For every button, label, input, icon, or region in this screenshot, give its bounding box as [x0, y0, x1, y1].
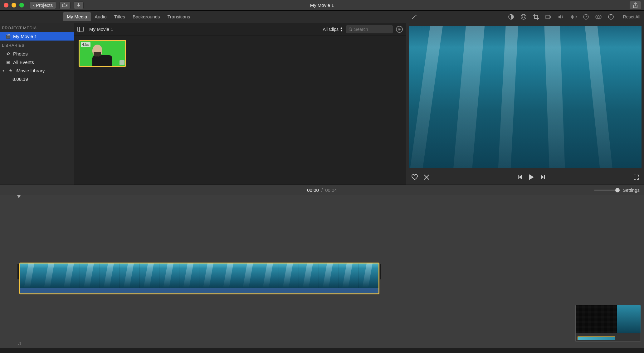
time-display: 00:00 / 00:04	[307, 187, 337, 193]
target-icon: ◉	[398, 27, 401, 31]
info-icon	[608, 14, 614, 20]
disclosure-triangle-icon: ▼	[2, 69, 5, 72]
titlebar-left-controls: ‹ Projects	[30, 2, 84, 9]
toolbar: My Media Audio Titles Backgrounds Transi…	[0, 11, 644, 23]
list-view-toggle[interactable]	[77, 27, 84, 32]
add-clip-button[interactable]: +	[120, 60, 124, 65]
clip-filter-button[interactable]	[595, 13, 602, 20]
info-button[interactable]	[607, 13, 614, 20]
preview-viewer	[406, 23, 644, 185]
favorite-button[interactable]	[411, 174, 418, 180]
mini-timeline-clip	[578, 336, 615, 340]
noise-reduction-button[interactable]	[570, 13, 577, 20]
projects-back-button[interactable]: ‹ Projects	[30, 2, 56, 9]
tab-titles[interactable]: Titles	[110, 12, 129, 21]
viewer-canvas[interactable]	[409, 26, 642, 168]
sidebar-project-label: My Movie 1	[13, 34, 37, 39]
svg-point-5	[524, 15, 525, 16]
color-correction-button[interactable]	[520, 13, 527, 20]
tab-transitions[interactable]: Transitions	[164, 12, 194, 21]
projects-label: Projects	[36, 2, 53, 8]
window-controls	[0, 3, 24, 7]
close-window-button[interactable]	[4, 3, 8, 7]
svg-point-4	[522, 15, 523, 16]
camera-icon	[545, 14, 552, 19]
sidebar-header-project-media: PROJECT MEDIA	[0, 23, 74, 32]
timeline-settings-button[interactable]: Settings	[623, 187, 640, 193]
crop-button[interactable]	[533, 13, 539, 20]
sidebar-item-project[interactable]: 🎬 My Movie 1	[0, 32, 74, 41]
browser-content: 4.5s +	[74, 36, 406, 185]
clip-audio-track[interactable]	[20, 288, 378, 294]
music-track-icon: ♫	[17, 341, 21, 346]
speed-button[interactable]	[583, 13, 589, 20]
picture-in-picture-preview[interactable]	[575, 305, 641, 342]
x-icon	[424, 174, 429, 180]
play-button[interactable]	[528, 174, 534, 181]
browser-header: My Movie 1 All Clips ▲▼ ◉	[74, 23, 406, 36]
sidebar-header-libraries: LIBRARIES	[0, 41, 74, 50]
playhead[interactable]	[19, 195, 19, 348]
share-button[interactable]	[630, 1, 641, 9]
maximize-window-button[interactable]	[19, 3, 24, 7]
content-library-button[interactable]: ◉	[396, 26, 403, 33]
download-button[interactable]	[74, 2, 84, 9]
plus-icon: +	[121, 60, 123, 65]
search-input[interactable]	[354, 27, 390, 32]
color-balance-button[interactable]	[508, 13, 515, 20]
next-button[interactable]	[540, 174, 546, 180]
tab-backgrounds[interactable]: Backgrounds	[129, 12, 164, 21]
share-icon	[633, 2, 638, 8]
sidebar-item-photos[interactable]: ✿ Photos	[0, 50, 74, 58]
browser-title: My Movie 1	[89, 27, 113, 32]
sidebar-item-event-date[interactable]: 8.08.19	[0, 75, 74, 83]
clip-duration-badge: 4.5s	[81, 42, 90, 47]
timeline-clip[interactable]	[19, 263, 379, 294]
clip-trim-handle-right[interactable]	[380, 264, 381, 279]
media-tabs: My Media Audio Titles Backgrounds Transi…	[63, 12, 194, 21]
speedometer-icon	[583, 14, 589, 20]
stabilization-button[interactable]	[545, 13, 552, 20]
mini-browser-area	[576, 305, 617, 333]
clip-trim-handle-left[interactable]	[17, 264, 19, 279]
sidebar-item-imovie-library[interactable]: ▼ ★ iMovie Library	[0, 66, 74, 75]
reset-all-button[interactable]: Reset All	[623, 14, 640, 19]
clips-filter-dropdown[interactable]: All Clips ▲▼	[323, 27, 343, 32]
volume-button[interactable]	[558, 13, 564, 20]
import-media-button[interactable]	[59, 2, 71, 9]
skip-back-icon	[517, 174, 523, 180]
media-browser: My Movie 1 All Clips ▲▼ ◉ 4.5s +	[74, 23, 406, 185]
zoom-slider-handle[interactable]	[615, 188, 620, 192]
tab-my-media[interactable]: My Media	[63, 12, 91, 21]
main-area: PROJECT MEDIA 🎬 My Movie 1 LIBRARIES ✿ P…	[0, 23, 644, 185]
reject-button[interactable]	[424, 174, 429, 180]
timeline[interactable]: ♫	[0, 195, 644, 348]
expand-icon	[633, 174, 639, 180]
star-icon: ★	[8, 68, 13, 73]
sidebar-photos-label: Photos	[13, 51, 28, 56]
sidebar-library-label: iMovie Library	[16, 68, 45, 73]
fullscreen-button[interactable]	[633, 174, 639, 180]
zoom-slider[interactable]	[594, 190, 619, 191]
clip-filmstrip	[20, 264, 378, 288]
filter-label: All Clips	[323, 27, 339, 32]
chevron-left-icon: ‹	[33, 2, 35, 8]
tab-audio[interactable]: Audio	[91, 12, 110, 21]
magic-wand-button[interactable]	[411, 14, 417, 20]
titlebar: ‹ Projects My Movie 1	[0, 0, 644, 11]
timeline-header-right: Settings	[594, 187, 640, 193]
minimize-window-button[interactable]	[12, 3, 16, 7]
time-separator: /	[321, 187, 323, 193]
total-time: 00:04	[325, 187, 337, 193]
previous-button[interactable]	[517, 174, 523, 180]
mini-viewer-area	[617, 305, 641, 333]
sidebar-item-all-events[interactable]: ▣ All Events	[0, 58, 74, 66]
sidebar-event-label: 8.08.19	[12, 76, 28, 82]
media-clip-thumbnail[interactable]: 4.5s +	[79, 40, 126, 67]
overlap-circles-icon	[595, 14, 602, 20]
crop-icon	[533, 14, 539, 20]
search-box[interactable]	[346, 25, 393, 33]
speaker-icon	[558, 14, 564, 20]
wand-icon	[411, 14, 417, 20]
download-icon	[76, 3, 81, 7]
